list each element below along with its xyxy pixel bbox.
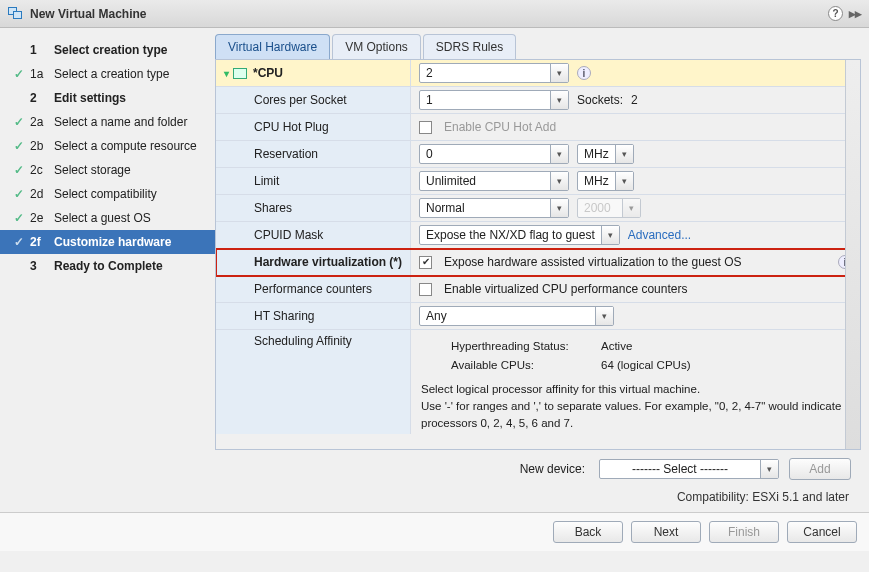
cpuid-advanced-link[interactable]: Advanced... bbox=[628, 228, 691, 242]
row-hardware-virtualization: Hardware virtualization (*) Expose hardw… bbox=[216, 249, 860, 276]
step-label: Customize hardware bbox=[54, 235, 171, 249]
cpu-count-combo[interactable]: 2 bbox=[419, 63, 569, 83]
cpuid-combo[interactable]: Expose the NX/XD flag to guest bbox=[419, 225, 620, 245]
reservation-unit-combo[interactable]: MHz bbox=[577, 144, 634, 164]
cores-combo[interactable]: 1 bbox=[419, 90, 569, 110]
cpuid-label: CPUID Mask bbox=[216, 222, 411, 248]
step-num: 2d bbox=[28, 187, 54, 201]
chevron-down-icon[interactable] bbox=[601, 226, 619, 244]
sockets-label: Sockets: bbox=[577, 93, 623, 107]
help-icon[interactable]: ? bbox=[828, 6, 843, 21]
row-perf: Performance counters Enable virtualized … bbox=[216, 276, 860, 303]
checkmark-icon: ✓ bbox=[14, 211, 24, 225]
tabs: Virtual Hardware VM Options SDRS Rules bbox=[215, 34, 861, 60]
limit-combo[interactable]: Unlimited bbox=[419, 171, 569, 191]
hotplug-text: Enable CPU Hot Add bbox=[444, 120, 556, 134]
step-num: 2f bbox=[28, 235, 54, 249]
wizard-step-2a[interactable]: ✓2aSelect a name and folder bbox=[0, 110, 215, 134]
perf-text: Enable virtualized CPU performance count… bbox=[444, 282, 687, 296]
ht-value: Any bbox=[420, 309, 595, 323]
step-num: 3 bbox=[28, 259, 54, 273]
step-num: 2b bbox=[28, 139, 54, 153]
footer: Back Next Finish Cancel bbox=[0, 512, 869, 551]
reservation-unit: MHz bbox=[578, 147, 615, 161]
cpu-label-cell[interactable]: ▾ *CPU bbox=[216, 60, 411, 86]
step-label: Select a compute resource bbox=[54, 139, 197, 153]
step-label: Select a guest OS bbox=[54, 211, 151, 225]
step-label: Ready to Complete bbox=[54, 259, 163, 273]
sched-htstatus-label: Hyperthreading Status: bbox=[451, 338, 601, 355]
next-button[interactable]: Next bbox=[631, 521, 701, 543]
wizard-content: Virtual Hardware VM Options SDRS Rules ▾… bbox=[215, 28, 869, 512]
new-device-select: ------- Select ------- bbox=[600, 462, 760, 476]
shares-combo[interactable]: Normal bbox=[419, 198, 569, 218]
limit-unit-combo[interactable]: MHz bbox=[577, 171, 634, 191]
chevron-down-icon[interactable] bbox=[550, 172, 568, 190]
titlebar: New Virtual Machine ? ▸▸ bbox=[0, 0, 869, 28]
scrollbar[interactable] bbox=[845, 60, 860, 449]
sched-avail-label: Available CPUs: bbox=[451, 357, 601, 374]
back-button[interactable]: Back bbox=[553, 521, 623, 543]
perf-label: Performance counters bbox=[216, 276, 411, 302]
wizard-step-2e[interactable]: ✓2eSelect a guest OS bbox=[0, 206, 215, 230]
sched-htstatus-value: Active bbox=[601, 338, 632, 355]
step-num: 2a bbox=[28, 115, 54, 129]
checkmark-icon: ✓ bbox=[14, 187, 24, 201]
wizard-step-1[interactable]: 1Select creation type bbox=[0, 38, 215, 62]
dialog-title: New Virtual Machine bbox=[30, 7, 146, 21]
tab-vm-options[interactable]: VM Options bbox=[332, 34, 421, 59]
chevron-down-icon[interactable] bbox=[760, 460, 778, 478]
step-num: 2c bbox=[28, 163, 54, 177]
row-shares: Shares Normal 2000 bbox=[216, 195, 860, 222]
row-sched: Scheduling Affinity Hyperthreading Statu… bbox=[216, 330, 860, 438]
chevron-down-icon[interactable] bbox=[615, 145, 633, 163]
hv-checkbox[interactable] bbox=[419, 256, 432, 269]
tab-virtual-hardware[interactable]: Virtual Hardware bbox=[215, 34, 330, 59]
chevron-down-icon[interactable] bbox=[550, 64, 568, 82]
wizard-step-2d[interactable]: ✓2dSelect compatibility bbox=[0, 182, 215, 206]
sockets-value: 2 bbox=[631, 93, 638, 107]
limit-label: Limit bbox=[216, 168, 411, 194]
wizard-step-2c[interactable]: ✓2cSelect storage bbox=[0, 158, 215, 182]
perf-checkbox[interactable] bbox=[419, 283, 432, 296]
cancel-button[interactable]: Cancel bbox=[787, 521, 857, 543]
step-num: 2e bbox=[28, 211, 54, 225]
wizard-step-2f[interactable]: ✓2fCustomize hardware bbox=[0, 230, 215, 254]
info-icon[interactable]: i bbox=[577, 66, 591, 80]
hv-label: Hardware virtualization (*) bbox=[216, 249, 411, 275]
row-cpuid: CPUID Mask Expose the NX/XD flag to gues… bbox=[216, 222, 860, 249]
wizard-step-1a[interactable]: ✓1aSelect a creation type bbox=[0, 62, 215, 86]
hv-text: Expose hardware assisted virtualization … bbox=[444, 255, 742, 269]
tab-sdrs-rules[interactable]: SDRS Rules bbox=[423, 34, 516, 59]
chevron-down-icon[interactable] bbox=[615, 172, 633, 190]
expand-icon[interactable]: ▾ bbox=[224, 68, 229, 79]
new-device-combo[interactable]: ------- Select ------- bbox=[599, 459, 779, 479]
monitor-icon bbox=[233, 68, 247, 79]
reservation-combo[interactable]: 0 bbox=[419, 144, 569, 164]
hardware-panel: ▾ *CPU 2 i Cores per Socket 1 bbox=[215, 60, 861, 450]
cpu-header-label: *CPU bbox=[253, 66, 283, 80]
chevron-down-icon[interactable] bbox=[550, 91, 568, 109]
checkmark-icon: ✓ bbox=[14, 139, 24, 153]
wizard-step-3[interactable]: 3Ready to Complete bbox=[0, 254, 215, 278]
pin-icon[interactable]: ▸▸ bbox=[849, 6, 861, 21]
row-cpu: ▾ *CPU 2 i bbox=[216, 60, 860, 87]
chevron-down-icon[interactable] bbox=[550, 199, 568, 217]
shares-num-combo: 2000 bbox=[577, 198, 641, 218]
hotplug-checkbox bbox=[419, 121, 432, 134]
add-button: Add bbox=[789, 458, 851, 480]
chevron-down-icon[interactable] bbox=[550, 145, 568, 163]
cores-label: Cores per Socket bbox=[216, 87, 411, 113]
ht-combo[interactable]: Any bbox=[419, 306, 614, 326]
step-num: 1 bbox=[28, 43, 54, 57]
cpu-count-value: 2 bbox=[420, 66, 550, 80]
wizard-step-2[interactable]: 2Edit settings bbox=[0, 86, 215, 110]
new-device-row: New device: ------- Select ------- Add bbox=[215, 450, 861, 484]
sched-text2: Use '-' for ranges and ',' to separate v… bbox=[421, 398, 850, 433]
wizard-sidebar: 1Select creation type✓1aSelect a creatio… bbox=[0, 28, 215, 512]
step-num: 2 bbox=[28, 91, 54, 105]
shares-num: 2000 bbox=[578, 201, 622, 215]
chevron-down-icon[interactable] bbox=[595, 307, 613, 325]
row-limit: Limit Unlimited MHz bbox=[216, 168, 860, 195]
wizard-step-2b[interactable]: ✓2bSelect a compute resource bbox=[0, 134, 215, 158]
